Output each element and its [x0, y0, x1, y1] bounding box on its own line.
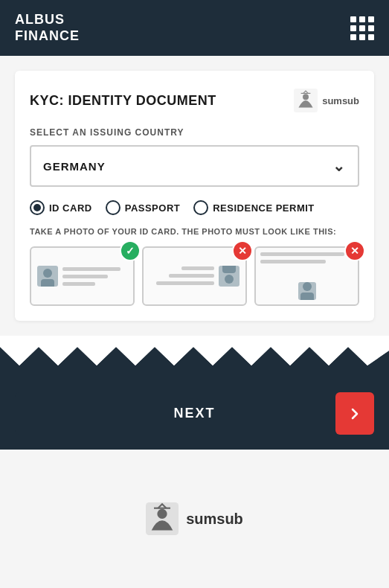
photo-instruction: TAKE A PHOTO OF YOUR ID CARD. THE PHOTO …: [30, 227, 359, 236]
sumsub-logo-icon: [294, 89, 318, 112]
card-lines-1: [62, 267, 127, 286]
avatar-icon-1: [37, 266, 58, 287]
app-logo: ALBUS FINANCE: [15, 12, 80, 44]
footer-sumsub-icon: [146, 502, 179, 535]
radio-passport-label: PASSPORT: [125, 202, 181, 214]
avatar-icon-2: [219, 266, 239, 287]
avatar-icon-3: [298, 282, 316, 300]
badge-x-red-3: ✕: [344, 240, 365, 261]
card-lines-2: [150, 267, 214, 286]
svg-point-1: [303, 94, 309, 100]
card-illustration-3: [256, 248, 358, 304]
next-arrow-icon: [335, 392, 374, 435]
radio-residence-permit[interactable]: [193, 200, 208, 215]
radio-option-residence-permit[interactable]: RESIDENCE PERMIT: [193, 200, 315, 215]
card-illustration-2: [144, 248, 245, 304]
card-illustration-1: [31, 248, 133, 304]
radio-option-passport[interactable]: PASSPORT: [106, 200, 181, 215]
footer-sumsub-logo: sumsub: [146, 502, 243, 535]
next-button[interactable]: NEXT: [15, 392, 374, 435]
zigzag-separator: [0, 336, 389, 380]
svg-marker-3: [0, 336, 389, 347]
country-dropdown[interactable]: GERMANY ⌄: [30, 145, 359, 187]
footer: sumsub: [0, 450, 389, 588]
footer-sumsub-text: sumsub: [186, 511, 243, 528]
sumsub-text: sumsub: [322, 95, 359, 106]
radio-passport[interactable]: [106, 200, 120, 215]
grid-menu-icon[interactable]: [350, 16, 374, 40]
page-title: KYC: IDENTITY DOCUMENT: [30, 93, 216, 109]
photo-sample-1: ✓: [30, 246, 135, 306]
photo-sample-2: ✕: [142, 246, 247, 306]
zigzag-svg: [0, 336, 389, 380]
sumsub-branding: sumsub: [294, 89, 359, 112]
next-section: NEXT: [0, 380, 389, 450]
radio-option-id-card[interactable]: ID CARD: [30, 200, 92, 215]
badge-x-red-2: ✕: [232, 240, 253, 261]
document-type-group: ID CARD PASSPORT RESIDENCE PERMIT: [30, 200, 359, 215]
chevron-right-icon: [347, 406, 362, 421]
chevron-down-icon: ⌄: [332, 157, 346, 175]
radio-residence-permit-label: RESIDENCE PERMIT: [213, 202, 315, 214]
card-header: KYC: IDENTITY DOCUMENT sumsub: [30, 89, 359, 112]
badge-check-green-1: ✓: [120, 240, 141, 261]
app-header: ALBUS FINANCE: [0, 0, 389, 56]
kyc-card: KYC: IDENTITY DOCUMENT sumsub SELECT AN …: [15, 71, 374, 321]
svg-point-7: [158, 509, 167, 519]
radio-id-card[interactable]: [30, 200, 45, 215]
main-content: KYC: IDENTITY DOCUMENT sumsub SELECT AN …: [0, 56, 389, 588]
next-button-label: NEXT: [173, 406, 215, 421]
country-value: GERMANY: [43, 160, 106, 173]
photo-samples: ✓ ✕: [30, 246, 359, 306]
photo-sample-3: ✕: [254, 246, 359, 306]
radio-id-card-label: ID CARD: [49, 202, 92, 214]
card-lines-3-top: [260, 252, 353, 278]
country-section-label: SELECT AN ISSUING COUNTRY: [30, 127, 359, 138]
